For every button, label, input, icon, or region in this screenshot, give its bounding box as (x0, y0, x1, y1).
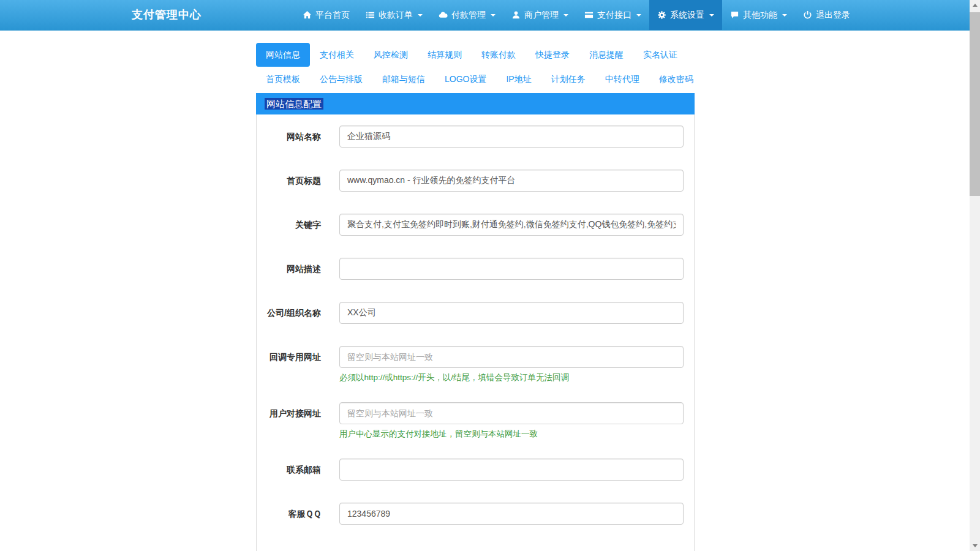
tab[interactable]: 中转代理 (595, 67, 649, 91)
form-row: 用户对接网址 用户中心显示的支付对接地址，留空则与本站网址一致 (257, 402, 694, 437)
form-row: 公司/组织名称 (257, 302, 694, 324)
field-help-text: 必须以http://或https://开头，以/结尾，填错会导致订单无法回调 (339, 372, 684, 383)
panel-header: 网站信息配置 (256, 93, 695, 114)
caret-down-icon (491, 14, 496, 17)
nav-item[interactable]: 其他功能 (722, 0, 795, 30)
form-row: 首页标题 (257, 170, 694, 192)
gear-icon (657, 10, 666, 20)
nav-item[interactable]: 平台首页 (295, 0, 358, 30)
form-row: 客服ＱＱ (257, 503, 694, 525)
tab[interactable]: 邮箱与短信 (372, 67, 435, 91)
text-input[interactable] (339, 503, 684, 525)
home-icon (303, 10, 312, 20)
nav-item[interactable]: 商户管理 (503, 0, 576, 30)
form-row: 网站名称 (257, 126, 694, 148)
list-icon (366, 10, 375, 20)
power-icon (803, 10, 812, 20)
tab[interactable]: 计划任务 (541, 67, 595, 91)
text-input[interactable] (339, 302, 684, 324)
scroll-down-arrow-icon (973, 544, 978, 547)
panel-title: 网站信息配置 (265, 98, 323, 110)
tab[interactable]: 快捷登录 (526, 43, 579, 67)
text-input[interactable] (339, 170, 684, 192)
field-label: 网站描述 (257, 258, 321, 280)
caret-down-icon (418, 14, 423, 17)
settings-tabs-row1: 网站信息 支付相关 风控检测 结算规则 转账付款 快捷登录 消息提醒 实名认证 (256, 43, 695, 67)
settings-content: 网站信息 支付相关 风控检测 结算规则 转账付款 快捷登录 消息提醒 实名认证 … (256, 43, 695, 551)
comment-icon (730, 10, 739, 20)
credit-card-icon (584, 10, 594, 20)
form-row: 联系邮箱 (257, 459, 694, 481)
field-label: 公司/组织名称 (257, 302, 321, 324)
form-row: 关键字 (257, 214, 694, 236)
app-title: 支付管理中心 (132, 0, 202, 30)
field-label: 关键字 (257, 214, 321, 236)
user-icon (511, 10, 521, 20)
text-input[interactable] (339, 459, 684, 481)
tab[interactable]: 公告与排版 (310, 67, 372, 91)
caret-down-icon (564, 14, 568, 17)
site-info-panel: 网站信息配置 网站名称 首页标题 (256, 93, 695, 551)
tab[interactable]: 实名认证 (633, 43, 687, 67)
field-label: 首页标题 (257, 170, 321, 192)
field-help-text: 用户中心显示的支付对接地址，留空则与本站网址一致 (339, 428, 684, 440)
nav-item[interactable]: 支付接口 (576, 0, 649, 30)
nav-item[interactable]: 系统设置 (649, 0, 722, 30)
tab[interactable]: 转账付款 (472, 43, 526, 67)
tab[interactable]: 网站信息 (256, 43, 310, 67)
text-input[interactable] (339, 258, 684, 280)
nav-item[interactable]: 退出登录 (795, 0, 858, 30)
top-navbar: 支付管理中心 平台首页 收款订单 付款管理 商户管理 (0, 0, 980, 31)
scrollbar-thumb[interactable] (970, 12, 980, 196)
field-label: 联系邮箱 (257, 459, 321, 481)
cloud-icon (439, 10, 448, 20)
tab[interactable]: 消息提醒 (579, 43, 633, 67)
form-row: 网站描述 (257, 258, 694, 280)
tab[interactable]: 首页模板 (256, 67, 310, 91)
text-input[interactable] (339, 214, 684, 236)
caret-down-icon (636, 14, 641, 17)
tab[interactable]: 结算规则 (418, 43, 472, 67)
field-label: 回调专用网址 (257, 346, 321, 380)
caret-down-icon (709, 14, 714, 17)
field-label: 用户对接网址 (257, 402, 321, 437)
scrollbar-down-button[interactable] (970, 541, 980, 551)
scrollbar-up-button[interactable] (970, 0, 980, 10)
field-label: 客服ＱＱ (257, 503, 321, 525)
main-nav: 平台首页 收款订单 付款管理 商户管理 (295, 0, 858, 30)
text-input[interactable] (339, 346, 684, 368)
panel-body: 网站名称 首页标题 关键字 (256, 114, 695, 551)
caret-down-icon (782, 14, 787, 17)
text-input[interactable] (339, 402, 684, 424)
nav-item[interactable]: 收款订单 (358, 0, 431, 30)
text-input[interactable] (339, 126, 684, 148)
field-label: 网站名称 (257, 126, 321, 148)
tab[interactable]: LOGO设置 (435, 67, 496, 91)
tab[interactable]: 风控检测 (364, 43, 418, 67)
settings-tabs-row2: 首页模板 公告与排版 邮箱与短信 LOGO设置 IP地址 计划任务 中转代理 修… (256, 67, 695, 91)
tab[interactable]: 支付相关 (310, 43, 364, 67)
nav-item[interactable]: 付款管理 (431, 0, 503, 30)
browser-scrollbar[interactable] (970, 0, 980, 551)
tab[interactable]: 修改密码 (649, 67, 703, 91)
tab[interactable]: IP地址 (496, 67, 541, 91)
form-row: 回调专用网址 必须以http://或https://开头，以/结尾，填错会导致订… (257, 346, 694, 380)
scroll-up-arrow-icon (973, 4, 978, 7)
